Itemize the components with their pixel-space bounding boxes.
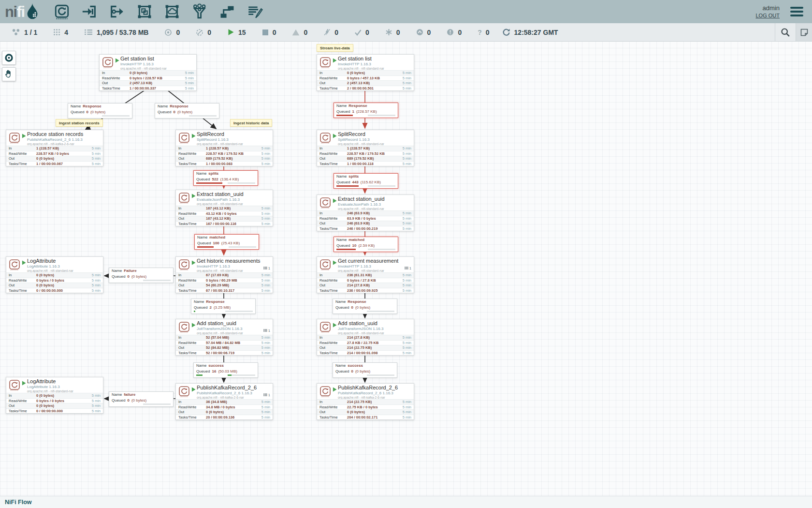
queue-size-bar xyxy=(368,115,395,116)
funnel-icon[interactable] xyxy=(191,3,208,20)
stat-row-readwrite: Read/Write0 bytes / 457.13 KB5 min xyxy=(317,75,414,81)
queue-q-splits-right[interactable]: Namesplits Queued443(115.62 KB) xyxy=(334,173,398,189)
status-item-queued: 1,095 / 53.78 MB xyxy=(84,29,148,36)
status-item-stale: ?0 xyxy=(478,29,489,36)
processor-icon[interactable] xyxy=(54,3,70,20)
queued-count: 100 xyxy=(213,241,219,245)
processor-stamp-icon xyxy=(9,132,20,146)
queue-q-matched-mid[interactable]: Namematched Queued100(25.43 KB) xyxy=(194,234,259,250)
processor-extract-station-uuid-right[interactable]: Extract station_uuid EvaluateJsonPath 1.… xyxy=(317,194,414,231)
logout-link[interactable]: LOG OUT xyxy=(755,12,780,19)
processor-get-current-measurement[interactable]: Get current measurement InvokeHTTP 1.16.… xyxy=(317,256,414,293)
processor-get-station-list-right[interactable]: Get station list InvokeHTTP 1.16.3 org.a… xyxy=(317,54,414,91)
queue-q-success-right[interactable]: Namesuccess Queued0(0 bytes) xyxy=(333,362,397,378)
relationship-name: Response xyxy=(348,299,366,304)
processor-add-station-uuid-mid[interactable]: Add station_uuid JoltTransformJSON 1.16.… xyxy=(175,319,273,356)
processor-split-record-mid[interactable]: SplitRecord SplitRecord 1.16.3 org.apach… xyxy=(175,130,273,166)
threads-icon xyxy=(53,29,60,36)
panel-toggle-button[interactable] xyxy=(796,23,812,41)
processor-produce-station-records[interactable]: Produce station records PublishKafkaReco… xyxy=(6,130,103,166)
processor-name: SplitRecord xyxy=(197,131,271,137)
queue-q-matched-right[interactable]: Namematched Queued10(2.59 KB) xyxy=(334,237,398,252)
operate-palette-button[interactable] xyxy=(2,67,16,81)
processor-type: InvokeHTTP 1.16.3 xyxy=(120,62,194,66)
queue-count-bar xyxy=(158,115,185,117)
threads-badge-icon xyxy=(405,266,408,270)
process-group-icon[interactable] xyxy=(136,3,153,20)
stat-row-out: Out2 (457.13 KB)5 min xyxy=(317,80,414,86)
queue-q-failure-lower[interactable]: Namefailure Queued0(0 bytes) xyxy=(109,391,174,407)
canvas-label[interactable]: Stream live-data xyxy=(317,44,353,52)
processor-stamp-icon xyxy=(319,197,331,211)
queued-size: (3.25 MB) xyxy=(214,305,231,310)
stat-row-out: Out52 (84.82 MB)5 min xyxy=(176,345,273,350)
queue-q-splits-mid[interactable]: Namesplits Queued522(136.4 KB) xyxy=(193,170,258,186)
status-count: 0 xyxy=(396,29,400,36)
stat-row-out: Out689 (179.52 KB)5 min xyxy=(176,156,273,161)
stat-row-readwrite: Read/Write34.8 MB / 0 bytes5 min xyxy=(176,404,273,410)
processor-type: SplitRecord 1.16.3 xyxy=(197,137,271,142)
active-threads-badge: 1 xyxy=(263,329,270,333)
stat-row-in: In1 (228.57 KB)5 min xyxy=(6,146,103,151)
stat-row-out: Out0 (0 bytes)5 min xyxy=(176,409,273,415)
processor-bundle: org.apache.nifi - nifi-standard-nar xyxy=(338,269,412,272)
queued-size: (0 bytes) xyxy=(131,398,146,403)
processor-type: PublishKafkaRecord_2_6 1.16.3 xyxy=(197,391,271,395)
queued-count: 0 xyxy=(127,274,129,279)
navigate-palette-button[interactable] xyxy=(2,51,16,65)
queue-q-response-left2[interactable]: NameResponse Queued0(0 bytes) xyxy=(155,103,219,119)
relationship-name: splits xyxy=(208,171,218,176)
processor-publish-kafka-right[interactable]: PublishKafkaRecord_2_6 PublishKafkaRecor… xyxy=(317,383,414,420)
processor-get-station-list-left[interactable]: Get station list InvokeHTTP 1.16.3 org.a… xyxy=(99,54,197,91)
running-indicator-icon xyxy=(191,260,196,265)
transmitting-icon xyxy=(164,29,172,36)
processor-type: PublishKafkaRecord_2_6 1.16.3 xyxy=(27,137,101,142)
queue-q-failure-upper[interactable]: NameFailure Queued0(0 bytes) xyxy=(109,268,174,283)
canvas-label[interactable]: Ingest station records xyxy=(56,119,103,127)
breadcrumb-nifi-flow[interactable]: NiFi Flow xyxy=(5,499,32,506)
last-refresh-time: 12:58:27 GMT xyxy=(514,29,558,36)
flow-canvas[interactable]: Stream live-dataIngest station recordsIn… xyxy=(0,41,812,508)
queue-q-success-mid[interactable]: Namesuccess Queued16(50.03 MB) xyxy=(193,362,258,378)
canvas-label[interactable]: Ingest historic data xyxy=(230,119,272,127)
processor-type: JoltTransformJSON 1.16.3 xyxy=(338,327,412,331)
processor-log-attribute-lower[interactable]: LogAttribute LogAttribute 1.16.3 org.apa… xyxy=(6,377,103,414)
queue-q-response-left1[interactable]: NameResponse Queued0(0 bytes) xyxy=(68,103,132,119)
processor-name: PublishKafkaRecord_2_6 xyxy=(338,385,412,390)
processor-extract-station-uuid-mid[interactable]: Extract station_uuid EvaluateJsonPath 1.… xyxy=(175,190,273,226)
stat-row-in: In1 (228.57 KB)5 min xyxy=(176,146,273,151)
refresh-icon[interactable] xyxy=(502,28,510,36)
running-indicator-icon xyxy=(333,260,337,265)
input-port-icon[interactable] xyxy=(81,3,98,20)
processor-publish-kafka-mid[interactable]: PublishKafkaRecord_2_6 PublishKafkaRecor… xyxy=(175,383,273,420)
remote-process-group-icon[interactable] xyxy=(164,3,180,20)
queued-count: 0 xyxy=(86,110,88,114)
status-item-not-transmitting: 0 xyxy=(196,29,211,36)
queued-size: (25.43 KB) xyxy=(221,241,240,245)
queue-count-bar xyxy=(197,246,225,248)
queue-q-response-mid2[interactable]: NameResponse Queued2(3.25 MB) xyxy=(191,299,256,314)
processor-log-attribute-upper[interactable]: LogAttribute LogAttribute 1.16.3 org.apa… xyxy=(6,256,103,293)
processor-name: Extract station_uuid xyxy=(197,191,271,197)
queue-q-response-right1[interactable]: NameResponse Queued1(228.57 KB) xyxy=(334,103,398,118)
queued-icon xyxy=(84,29,93,36)
stat-row-readwrite: Read/Write0 bytes / 60.29 MB5 min xyxy=(176,278,273,283)
processor-stamp-icon xyxy=(9,259,20,273)
output-port-icon[interactable] xyxy=(109,3,125,20)
relationship-name: success xyxy=(348,363,363,368)
queue-size-bar xyxy=(228,182,255,184)
processor-stamp-icon xyxy=(9,379,20,393)
queue-q-response-right2[interactable]: NameResponse Queued0(0 bytes) xyxy=(333,299,397,314)
label-icon[interactable] xyxy=(246,3,263,20)
processor-bundle: org.apache.nifi - nifi-standard-nar xyxy=(197,142,271,146)
stat-row-out: Out0 (0 bytes)5 min xyxy=(6,403,103,408)
running-indicator-icon xyxy=(22,260,26,265)
template-icon[interactable] xyxy=(219,3,235,20)
processor-add-station-uuid-right[interactable]: Add station_uuid JoltTransformJSON 1.16.… xyxy=(317,319,414,356)
global-menu-icon[interactable] xyxy=(790,5,803,18)
stat-row-in: In236 (61.31 KB)5 min xyxy=(317,272,414,278)
processor-split-record-right[interactable]: SplitRecord SplitRecord 1.16.3 org.apach… xyxy=(317,130,414,166)
search-button[interactable] xyxy=(775,23,796,41)
processor-get-historic-measurements[interactable]: Get historic measurements InvokeHTTP 1.1… xyxy=(175,256,273,293)
queued-count: 443 xyxy=(352,180,358,184)
